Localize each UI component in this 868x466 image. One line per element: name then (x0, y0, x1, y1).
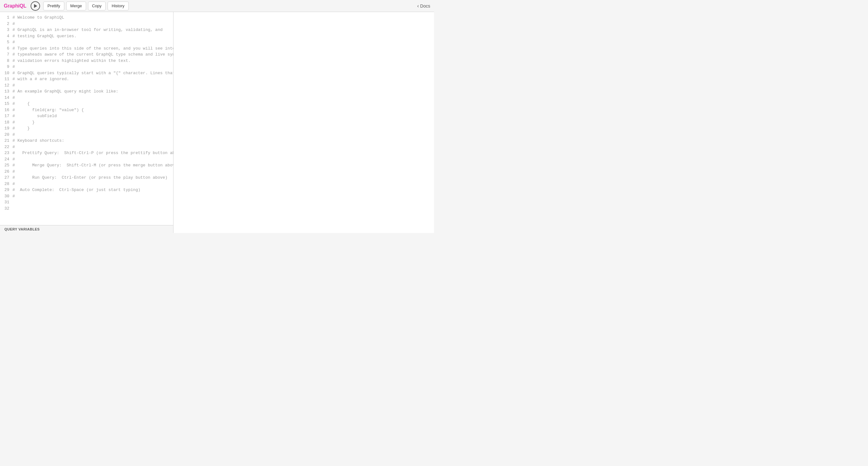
line-number: 16 (4, 107, 9, 113)
code-line: # { (12, 101, 173, 107)
code-line: # GraphiQL is an in-browser tool for wri… (12, 27, 173, 33)
line-number: 8 (4, 58, 9, 64)
code-line: # (12, 144, 173, 150)
code-line: # Type queries into this side of the scr… (12, 46, 173, 52)
line-number: 30 (4, 193, 9, 200)
app-title: GraphiQL (4, 3, 26, 9)
code-line: # (12, 95, 173, 101)
code-line: # (12, 156, 173, 163)
editor-panel: 1234567891011121314151617181920212223242… (0, 12, 174, 233)
toolbar: GraphiQL Prettify Merge Copy History ‹ D… (0, 0, 434, 12)
code-line: # GraphQL queries typically start with a… (12, 70, 173, 77)
line-numbers: 1234567891011121314151617181920212223242… (0, 14, 12, 211)
chevron-left-icon: ‹ (417, 3, 419, 9)
run-button[interactable] (31, 1, 40, 11)
code-line: # (12, 169, 173, 175)
code-line: # testing GraphQL queries. (12, 33, 173, 39)
code-line: # (12, 64, 173, 70)
main-area: 1234567891011121314151617181920212223242… (0, 12, 434, 233)
line-number: 1 (4, 14, 9, 21)
line-number: 24 (4, 156, 9, 163)
code-line: # (12, 21, 173, 27)
line-number: 3 (4, 27, 9, 33)
code-line: # (12, 39, 173, 46)
code-line: # } (12, 125, 173, 132)
query-variables-bar[interactable]: QUERY VARIABLES (0, 225, 173, 233)
play-icon (34, 4, 37, 8)
line-number: 7 (4, 52, 9, 58)
code-line: # Merge Query: Shift-Ctrl-M (or press th… (12, 162, 173, 169)
line-number: 11 (4, 76, 9, 82)
code-line (12, 199, 173, 206)
line-number: 6 (4, 46, 9, 52)
code-line: # Prettify Query: Shift-Ctrl-P (or press… (12, 150, 173, 156)
code-line: # } (12, 119, 173, 126)
code-line: # An example GraphQL query might look li… (12, 88, 173, 95)
line-number: 10 (4, 70, 9, 77)
result-panel[interactable] (174, 12, 434, 233)
code-line: # typeaheads aware of the current GraphQ… (12, 52, 173, 58)
code-line: # validation errors highlighted within t… (12, 58, 173, 64)
line-number: 19 (4, 125, 9, 132)
line-number: 23 (4, 150, 9, 156)
code-line: # subField (12, 113, 173, 119)
history-button[interactable]: History (107, 2, 128, 10)
code-line: # Auto Complete: Ctrl-Space (or just sta… (12, 187, 173, 193)
merge-button[interactable]: Merge (66, 2, 86, 10)
docs-label: Docs (420, 3, 430, 8)
code-line: # with a # are ignored. (12, 76, 173, 82)
line-number: 9 (4, 64, 9, 70)
code-line: # Keyboard shortcuts: (12, 138, 173, 144)
line-number: 25 (4, 162, 9, 169)
editor-area[interactable]: 1234567891011121314151617181920212223242… (0, 12, 173, 225)
line-number: 20 (4, 132, 9, 138)
line-number: 13 (4, 88, 9, 95)
line-number: 18 (4, 119, 9, 126)
docs-button[interactable]: ‹ Docs (417, 3, 430, 9)
code-line: # Welcome to GraphiQL (12, 14, 173, 21)
line-number: 27 (4, 175, 9, 181)
line-number: 15 (4, 101, 9, 107)
line-number: 21 (4, 138, 9, 144)
prettify-button[interactable]: Prettify (43, 2, 64, 10)
code-line: # (12, 132, 173, 138)
line-number: 29 (4, 187, 9, 193)
code-lines[interactable]: # Welcome to GraphiQL## GraphiQL is an i… (12, 14, 173, 211)
code-content: 1234567891011121314151617181920212223242… (0, 14, 173, 211)
line-number: 2 (4, 21, 9, 27)
code-line: # (12, 82, 173, 89)
line-number: 26 (4, 169, 9, 175)
line-number: 31 (4, 199, 9, 206)
copy-button[interactable]: Copy (88, 2, 106, 10)
code-line (12, 206, 173, 212)
code-line: # Run Query: Ctrl-Enter (or press the pl… (12, 175, 173, 181)
line-number: 32 (4, 206, 9, 212)
line-number: 22 (4, 144, 9, 150)
line-number: 4 (4, 33, 9, 39)
line-number: 17 (4, 113, 9, 119)
code-line: # (12, 181, 173, 187)
line-number: 12 (4, 82, 9, 89)
line-number: 14 (4, 95, 9, 101)
line-number: 28 (4, 181, 9, 187)
code-line: # field(arg: "value") { (12, 107, 173, 113)
code-line: # (12, 193, 173, 200)
line-number: 5 (4, 39, 9, 46)
